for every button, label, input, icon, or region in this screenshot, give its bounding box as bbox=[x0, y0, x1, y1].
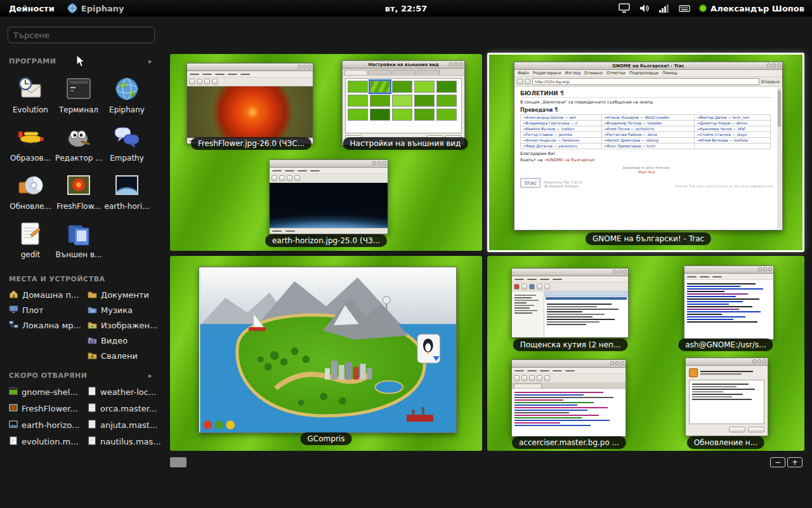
reload-button[interactable] bbox=[525, 79, 530, 84]
dialog-button[interactable] bbox=[748, 427, 764, 432]
terminal-output[interactable] bbox=[684, 280, 773, 339]
place-downloads[interactable]: Свалени bbox=[88, 348, 164, 363]
editor-text[interactable] bbox=[512, 389, 625, 436]
window-titlebar[interactable] bbox=[684, 266, 773, 274]
app-external-displays[interactable]: Външен в... bbox=[55, 216, 103, 264]
window-update-manager[interactable] bbox=[685, 358, 768, 436]
app-freshflower-image[interactable]: FreshFlow... bbox=[55, 168, 103, 216]
workspace-4[interactable]: Пощенска кутия (2 неп... ash@GNOME:/usr/… bbox=[487, 256, 804, 451]
menu-item[interactable]: Помощ bbox=[662, 70, 678, 76]
keyboard-icon[interactable] bbox=[679, 4, 690, 13]
app-gcompris[interactable]: Образов... bbox=[6, 119, 55, 168]
team-link[interactable]: →GNOME на български! bbox=[544, 157, 595, 163]
translator-cell[interactable]: →Петър Славов — peshka bbox=[521, 132, 602, 138]
browser-menu-bar[interactable]: Файл Редактиране Изглед Отиване Отметки … bbox=[514, 70, 782, 77]
toolbar[interactable] bbox=[187, 77, 313, 86]
volume-icon[interactable] bbox=[639, 4, 650, 13]
window-freshflower-viewer[interactable] bbox=[187, 63, 313, 144]
window-evolution-mail[interactable] bbox=[511, 268, 629, 338]
translator-cell[interactable]: →Красимир Чонов — bfaf bbox=[695, 126, 771, 132]
recent-item[interactable]: nautilus.mas... bbox=[88, 433, 164, 450]
workspace-3[interactable]: GCompris bbox=[170, 256, 482, 451]
toolbar[interactable] bbox=[512, 283, 628, 291]
translator-cell[interactable]: →Димитър Киров — dkirov bbox=[695, 121, 771, 126]
focused-app-menu[interactable]: Epiphany bbox=[67, 3, 124, 13]
menu-bar[interactable] bbox=[270, 168, 388, 174]
window-buttons[interactable] bbox=[767, 64, 781, 67]
app-earth-image[interactable]: earth-hori... bbox=[103, 168, 151, 216]
plain-text-link[interactable]: Plain Text bbox=[520, 170, 773, 174]
translator-cell[interactable]: →Стойчо Станчев — stoyo bbox=[695, 132, 771, 138]
scrollbar[interactable] bbox=[777, 88, 782, 229]
window-titlebar[interactable]: Настройки на външния вид bbox=[343, 61, 464, 69]
network-signal-icon[interactable] bbox=[659, 4, 669, 13]
window-gedit[interactable] bbox=[511, 359, 626, 437]
translator-cell[interactable]: →Ивайло Вълков — ivalkov bbox=[521, 126, 602, 132]
translator-cell[interactable]: →Владимира Гиргинова — ii bbox=[521, 121, 602, 126]
window-titlebar[interactable] bbox=[512, 360, 625, 368]
menu-bar[interactable] bbox=[512, 276, 628, 283]
folder-tree[interactable] bbox=[512, 291, 544, 337]
translator-cell[interactable]: →Александър Шопов — ash bbox=[521, 115, 602, 121]
place-pictures[interactable]: Изображен... bbox=[88, 318, 164, 333]
message-list[interactable] bbox=[544, 300, 628, 337]
display-icon[interactable] bbox=[619, 3, 630, 13]
menu-item[interactable]: Редактиране bbox=[533, 70, 561, 76]
window-gcompris[interactable] bbox=[199, 267, 457, 433]
app-empathy[interactable]: Empathy bbox=[103, 119, 151, 168]
wallpaper-thumbnail-grid[interactable] bbox=[345, 78, 462, 133]
recent-item[interactable]: gnome-shel... bbox=[9, 384, 85, 400]
tab-bar[interactable] bbox=[512, 383, 625, 389]
dialog-button[interactable] bbox=[729, 427, 745, 432]
window-appearance-settings[interactable]: Настройки на външния вид bbox=[342, 60, 465, 145]
window-titlebar[interactable] bbox=[270, 160, 388, 168]
translator-cell[interactable]: →Ростислав Райков — zbrox bbox=[601, 132, 695, 138]
translator-cell[interactable]: →Явор Доганов — yavorescu bbox=[521, 144, 602, 149]
window-buttons[interactable] bbox=[613, 270, 627, 274]
window-buttons[interactable] bbox=[610, 361, 624, 365]
place-home[interactable]: Домашна п... bbox=[9, 287, 85, 302]
window-buttons[interactable] bbox=[758, 267, 772, 271]
recent-item[interactable]: anjuta.mast... bbox=[88, 417, 164, 433]
app-terminal[interactable]: Терминал bbox=[55, 71, 103, 119]
menu-item[interactable]: Подпрозорци bbox=[629, 70, 658, 76]
update-package-list[interactable] bbox=[689, 380, 764, 424]
message-list-header[interactable] bbox=[544, 291, 628, 297]
app-epiphany[interactable]: Epiphany bbox=[103, 71, 151, 119]
menu-item[interactable]: Отметки bbox=[606, 70, 625, 76]
recent-item[interactable]: evolution.m... bbox=[9, 433, 85, 450]
menu-bar[interactable] bbox=[187, 71, 313, 77]
menu-item[interactable]: Отиване bbox=[584, 70, 603, 76]
place-local-network[interactable]: Локална мр... bbox=[9, 318, 85, 333]
menu-bar[interactable] bbox=[684, 274, 773, 280]
remove-workspace-button[interactable]: − bbox=[770, 457, 785, 467]
translator-cell[interactable]: →Атанас Кошаров — WebCrusader bbox=[601, 115, 695, 121]
add-workspace-button[interactable]: + bbox=[787, 457, 802, 467]
toolbar[interactable] bbox=[512, 374, 625, 383]
selected-message-row[interactable] bbox=[546, 297, 627, 300]
window-titlebar[interactable] bbox=[512, 269, 628, 276]
window-buttons[interactable] bbox=[372, 161, 386, 165]
window-earth-viewer[interactable] bbox=[269, 159, 388, 234]
translator-cell[interactable]: →Филип Андонов — fandonov bbox=[521, 138, 602, 144]
window-trac-browser[interactable]: GNOME на български! - Trac Файл Редактир… bbox=[514, 62, 783, 231]
dialog-buttons[interactable] bbox=[686, 427, 768, 436]
place-music[interactable]: ♪ Музика bbox=[88, 302, 164, 318]
tab-row[interactable] bbox=[343, 69, 464, 76]
translator-cell[interactable]: →Филип Димитров — xboing bbox=[601, 138, 695, 144]
workspace-1[interactable]: Настройки на външния вид FreshFlower.jpg… bbox=[170, 54, 482, 251]
window-terminal[interactable] bbox=[684, 265, 774, 340]
window-buttons[interactable] bbox=[752, 359, 766, 363]
translator-cell[interactable]: →Юлия Велкова — konfeta bbox=[695, 138, 771, 144]
app-evolution[interactable]: Evolution bbox=[6, 71, 55, 119]
place-videos[interactable]: Видео bbox=[88, 333, 164, 348]
place-desktop[interactable]: Плот bbox=[9, 302, 85, 318]
go-button[interactable]: Отиване bbox=[761, 79, 780, 84]
translator-cell[interactable]: →Ясен Праматаров — turin bbox=[601, 144, 695, 149]
place-documents[interactable]: Документи bbox=[88, 287, 164, 302]
translator-cell[interactable]: →Виктор Дачев — tech_noir bbox=[695, 115, 771, 121]
back-button[interactable] bbox=[517, 79, 523, 84]
address-bar[interactable]: http://l10n-bg.org/ bbox=[532, 78, 759, 85]
app-software-update[interactable]: Обновле... bbox=[6, 168, 55, 216]
clock[interactable]: вт, 22:57 bbox=[385, 4, 428, 13]
